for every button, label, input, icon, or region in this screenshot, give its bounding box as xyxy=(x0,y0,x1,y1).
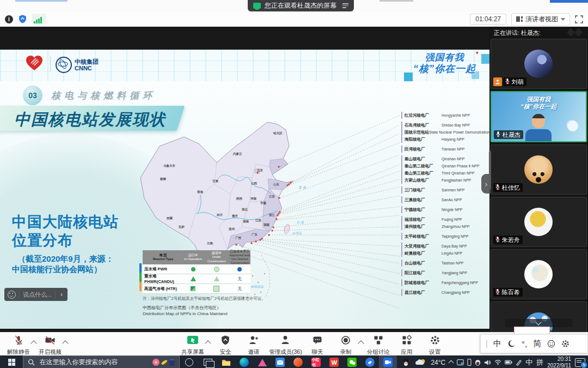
npp-name-cn: 太平岭核电厂 xyxy=(405,234,442,239)
taskbar-app-qq[interactable] xyxy=(397,355,415,368)
svg-text:内蒙古: 内蒙古 xyxy=(233,152,242,156)
toolbar-apps-button[interactable]: 应用 xyxy=(394,333,420,356)
participant-tile[interactable]: 刘萌 xyxy=(491,39,587,89)
ime-mode-indicator[interactable]: 拼 xyxy=(536,358,543,367)
participant-tile[interactable]: 陈百希 xyxy=(491,249,587,299)
legend-header-row: 堆 型 Reactor Type运行中 In Operation建设中 Unde… xyxy=(143,250,250,264)
svg-text:山东: 山东 xyxy=(273,183,280,186)
watching-screen-banner[interactable]: 您正在观看杜晟杰的屏幕 xyxy=(248,0,354,11)
toolbar-settings-button[interactable]: 设置 xyxy=(422,333,448,356)
gear-icon[interactable] xyxy=(561,340,569,348)
participant-tile[interactable]: 朱若舟 xyxy=(491,197,587,247)
toolbar-breakout-button[interactable]: 分组讨论 xyxy=(365,333,391,356)
taskbar-app-office[interactable] xyxy=(289,355,307,368)
toolbar-shield-dark-button[interactable]: 安全 xyxy=(212,333,238,356)
camera-off-icon xyxy=(44,335,56,348)
npp-name-en: Fangjiashan NPP xyxy=(442,178,471,182)
svg-text:陕西: 陕西 xyxy=(236,197,243,201)
toolbar-invite-button[interactable]: 邀请 xyxy=(241,333,267,356)
pen-icon[interactable] xyxy=(516,359,522,366)
chat-input-pill[interactable]: 说点什么... ‹ xyxy=(4,288,68,301)
taskbar-app-edge[interactable] xyxy=(235,355,253,368)
taskbar-app-redbook[interactable]: 小红书 xyxy=(307,355,325,368)
toolbar-share-screen-button[interactable]: 共享屏幕 xyxy=(180,333,206,356)
npp-name-cn: 昌江核电厂 xyxy=(405,290,442,295)
toolbar-members-button[interactable]: 管理成员(36) xyxy=(269,333,302,356)
ime-lang-toggle[interactable]: 中 xyxy=(493,339,501,349)
taskbar-app-wps[interactable]: W xyxy=(325,355,343,368)
emoji-icon[interactable] xyxy=(8,291,16,299)
cortana-button[interactable] xyxy=(180,355,199,368)
svg-text:河南: 河南 xyxy=(250,197,257,201)
toolbar-chat-button[interactable]: 聊天 xyxy=(304,333,330,356)
npp-row: 防城港核电厂Fangchenggang NPP xyxy=(405,279,491,286)
participant-name: 朱若舟 xyxy=(502,236,520,244)
banner-menu-icon[interactable] xyxy=(342,3,348,8)
moon-icon[interactable] xyxy=(507,340,516,348)
ime-toolbar[interactable]: 中 °, 简 xyxy=(480,334,588,353)
toolbar-record-button[interactable]: 录制 xyxy=(333,333,359,356)
tray-expand-icon[interactable] xyxy=(449,360,454,366)
protection-shield-icon[interactable] xyxy=(18,14,27,24)
chat-collapse-icon[interactable]: ‹ xyxy=(59,291,64,298)
taskbar-clock[interactable]: 20:312022/9/11 xyxy=(547,356,571,368)
npp-group: 三门核电厂Sanmen NPP xyxy=(401,186,491,194)
ink-pot-icon xyxy=(169,359,175,366)
fullscreen-button[interactable] xyxy=(575,15,583,23)
sidebar-scrollbar[interactable] xyxy=(489,151,491,189)
legend-marker xyxy=(191,286,195,291)
npp-row: 大亚湾核电厂Daya Bay NPP xyxy=(405,243,491,250)
taskbar-app-mail[interactable] xyxy=(271,355,289,368)
battery-icon[interactable] xyxy=(505,360,512,365)
npp-name-cn: 阳江核电厂 xyxy=(405,270,442,276)
mic-muted-icon xyxy=(13,335,24,348)
ime-punct-toggle[interactable]: °, xyxy=(522,339,527,348)
notification-center-button[interactable]: 5 xyxy=(575,358,585,367)
volume-icon[interactable] xyxy=(484,359,491,366)
svg-text:贵州: 贵州 xyxy=(228,227,235,231)
toolbar-camera-off-button[interactable]: 开启视频 xyxy=(37,333,63,356)
participant-tile[interactable]: 强国有我“核”你在一起杜晟杰 xyxy=(491,91,587,142)
npp-row: 昌江核电厂Changjiang NPP xyxy=(405,289,491,296)
taskbar-search-box[interactable]: 在这里输入你要搜索的内容 xyxy=(23,355,180,368)
start-button[interactable] xyxy=(0,355,23,368)
legend-marker xyxy=(213,286,219,292)
taskbar-app-meeting[interactable] xyxy=(379,355,397,368)
scroll-down-overlay[interactable] xyxy=(505,319,573,327)
chevron-up-icon[interactable] xyxy=(30,340,36,346)
network-signal-icon[interactable] xyxy=(32,14,46,25)
taskbar-app-wechat[interactable] xyxy=(343,355,361,368)
chat-placeholder[interactable]: 说点什么... xyxy=(23,291,52,299)
ime-grip[interactable] xyxy=(486,340,487,348)
smiley-icon[interactable] xyxy=(547,340,555,348)
weather-icon[interactable] xyxy=(415,358,427,366)
npp-name-en: Fuqing NPP xyxy=(442,218,462,221)
layout-icon xyxy=(516,16,523,22)
phone-icon[interactable] xyxy=(467,359,471,366)
taskbar-app-capcut[interactable] xyxy=(253,355,271,368)
capture-icon[interactable] xyxy=(457,359,464,365)
toolbar-mic-muted-button[interactable]: 解除静音 xyxy=(5,333,32,356)
wifi-icon[interactable] xyxy=(494,359,501,365)
taskbar-app-explorer[interactable] xyxy=(217,355,235,368)
ime-lang-indicator[interactable]: 中 xyxy=(525,358,532,367)
settings-icon xyxy=(430,335,440,348)
task-view-button[interactable] xyxy=(199,355,218,368)
npp-group: 昌江核电厂Changjiang NPP xyxy=(401,289,491,296)
taskbar-app-netdisk[interactable] xyxy=(361,355,379,368)
chevron-up-icon[interactable] xyxy=(205,340,211,346)
view-mode-button[interactable]: 演讲者视图 xyxy=(511,13,570,26)
participant-tile[interactable]: 杜佳忆 xyxy=(491,144,587,195)
chevron-up-icon[interactable] xyxy=(62,340,68,346)
chevron-up-icon[interactable] xyxy=(358,340,364,346)
map-title-block: 中国大陆核电站位置分布 （截至2020年9月，来源：中国核能行业协会网站） xyxy=(12,213,119,275)
search-placeholder: 在这里输入你要搜索的内容 xyxy=(39,358,118,367)
legend-header: 已核准未开工 Approved and Not Started Construc… xyxy=(229,250,250,266)
atom-icon xyxy=(56,57,72,73)
titlebar: 您正在观看杜晟杰的屏幕 xyxy=(0,0,588,12)
mascot-icon xyxy=(567,120,578,131)
weather-temp[interactable]: 24°C xyxy=(431,359,445,366)
meeting-info-icon[interactable]: i xyxy=(5,15,13,23)
ime-simp-toggle[interactable]: 简 xyxy=(533,339,541,349)
qq-tray-icon[interactable] xyxy=(475,359,481,366)
